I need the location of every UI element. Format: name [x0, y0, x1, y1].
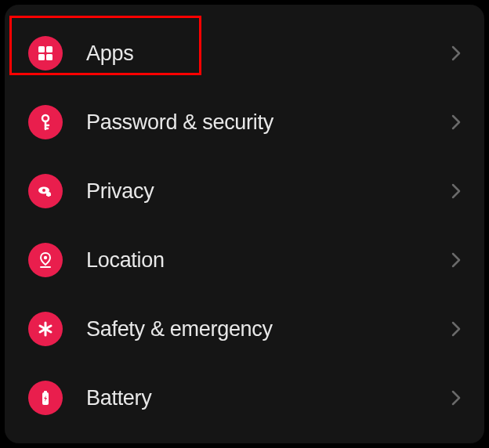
svg-rect-1 [46, 46, 53, 52]
settings-item-label: Safety & emergency [86, 317, 451, 341]
settings-item-label: Privacy [86, 179, 451, 204]
settings-item-label: Password & security [86, 110, 451, 135]
settings-item-label: Apps [86, 42, 451, 66]
svg-rect-17 [44, 391, 47, 393]
settings-item-privacy[interactable]: Privacy [28, 157, 469, 226]
chevron-right-icon [451, 183, 461, 199]
chevron-right-icon [451, 45, 461, 61]
settings-item-label: Battery [86, 386, 451, 410]
svg-point-9 [42, 189, 45, 192]
apps-icon [28, 36, 63, 70]
settings-item-apps[interactable]: Apps [28, 19, 469, 88]
svg-rect-10 [48, 193, 50, 197]
svg-rect-0 [38, 46, 45, 52]
settings-item-password-security[interactable]: Password & security [28, 88, 469, 157]
settings-item-battery[interactable]: Battery [28, 363, 469, 432]
chevron-right-icon [451, 252, 461, 268]
svg-point-11 [44, 256, 47, 259]
settings-item-label: Location [86, 248, 451, 273]
settings-item-safety-emergency[interactable]: Safety & emergency [28, 294, 469, 363]
chevron-right-icon [451, 390, 461, 406]
chevron-right-icon [451, 321, 461, 337]
location-icon [28, 243, 63, 277]
svg-rect-3 [46, 54, 53, 60]
settings-panel: Apps Password & security Privacy Locatio… [5, 5, 484, 443]
asterisk-icon [28, 312, 63, 346]
battery-icon [28, 381, 63, 415]
settings-item-location[interactable]: Location [28, 226, 469, 294]
chevron-right-icon [451, 114, 461, 130]
key-icon [28, 105, 63, 139]
privacy-icon [28, 174, 63, 208]
svg-rect-2 [38, 54, 45, 60]
